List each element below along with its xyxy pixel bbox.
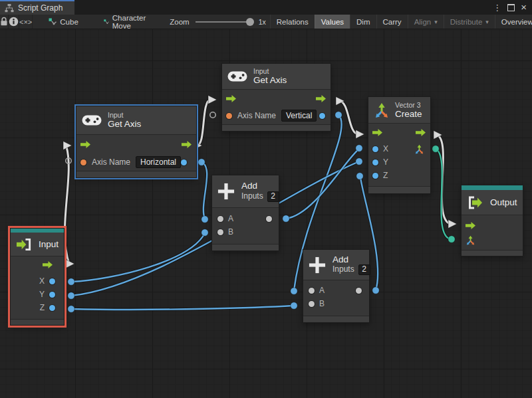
value-input-x-to-add1-b-endpoint[interactable] — [68, 278, 74, 285]
value-input-y-to-create-y-endpoint[interactable] — [68, 292, 74, 299]
port-row-x[interactable]: X — [11, 274, 64, 288]
value-input-z-to-add2-b-endpoint[interactable] — [291, 302, 297, 309]
node-header[interactable]: Input Get Axis — [222, 64, 331, 90]
vector3-output-port-icon[interactable] — [414, 144, 424, 154]
node-header[interactable]: Input — [11, 233, 64, 256]
flow-in-arrow-icon[interactable] — [80, 141, 91, 148]
value-input-y-to-create-y-endpoint[interactable] — [356, 158, 362, 165]
value-add2-to-create-z-endpoint[interactable] — [356, 173, 363, 179]
port-dot-result[interactable] — [181, 159, 187, 165]
value-input-z-to-add2-b-endpoint[interactable] — [68, 306, 74, 312]
flow-out-arrow-icon[interactable] — [416, 129, 426, 136]
toggle-relations[interactable]: Relations — [270, 15, 315, 29]
graph-button-character-move[interactable]: Character Move — [100, 15, 153, 29]
port-row-y[interactable]: Y — [11, 288, 64, 301]
menu-icon[interactable]: ⋮ — [493, 3, 501, 12]
node-vector3-create[interactable]: Vector 3 Create X — [368, 96, 431, 194]
flow-in-arrow-icon[interactable] — [466, 222, 476, 229]
port-dot-z[interactable] — [49, 305, 55, 311]
ctrl-get-axis-vertical-to-create-endpoint[interactable] — [356, 130, 364, 139]
value-add1-to-create-x-endpoint[interactable] — [283, 215, 289, 222]
port-row-y[interactable]: Y — [368, 155, 430, 169]
zoom-slider[interactable] — [196, 21, 253, 23]
toggle-dim[interactable]: Dim — [350, 15, 376, 29]
node-add-1[interactable]: Add Inputs 2 A B — [211, 175, 279, 251]
dropdown-distribute[interactable]: Distribute ▾ — [444, 15, 495, 29]
port-dot-b[interactable] — [309, 301, 315, 307]
close-icon[interactable]: × — [521, 2, 527, 12]
port-dot-b[interactable] — [217, 229, 223, 235]
unconnected-port-ring[interactable] — [210, 112, 215, 118]
node-header[interactable]: Add Inputs 2 — [303, 250, 369, 280]
node-header[interactable]: Input Get Axis — [76, 106, 196, 135]
maximize-icon[interactable] — [507, 4, 515, 11]
value-add2-to-create-z-endpoint[interactable] — [372, 287, 379, 294]
ctrl-get-axis-horizontal-to-vertical-endpoint[interactable] — [208, 96, 217, 104]
node-subtitle: Vector 3 — [395, 101, 422, 109]
port-dot-x[interactable] — [49, 278, 55, 284]
port-dot-z[interactable] — [372, 173, 378, 179]
toggle-overview[interactable]: Overview — [495, 15, 532, 29]
value-create-to-output-vector-endpoint[interactable] — [432, 146, 439, 152]
node-header[interactable]: Output — [462, 190, 523, 215]
port-row-z[interactable]: Z — [11, 301, 64, 314]
ctrl-get-axis-horizontal-to-vertical[interactable] — [197, 100, 211, 146]
value-input-x-to-add1-b[interactable] — [71, 233, 205, 282]
node-get-axis-horizontal[interactable]: Input Get Axis Axis Name Horizontal — [76, 106, 197, 178]
toggle-values[interactable]: Values — [315, 15, 350, 29]
ctrl-create-to-output-endpoint[interactable] — [448, 220, 457, 229]
port-row-b[interactable]: B — [303, 297, 369, 310]
port-dot-sum[interactable] — [356, 288, 362, 294]
graph-canvas[interactable]: Input X Y Z — [0, 29, 532, 398]
ctrl-input-to-get-axis-horizontal-endpoint[interactable] — [66, 260, 74, 268]
node-header[interactable]: Vector 3 Create — [368, 97, 430, 124]
value-vertical-to-add2-a-endpoint[interactable] — [291, 288, 297, 294]
flow-out-arrow-icon[interactable] — [316, 95, 327, 102]
code-view-button[interactable]: <×> — [19, 15, 33, 29]
port-row-a[interactable]: A — [212, 212, 279, 225]
lock-button[interactable] — [0, 15, 9, 29]
graph-button-cube[interactable]: Cube — [45, 15, 82, 29]
node-add-2[interactable]: Add Inputs 2 A B — [303, 249, 370, 323]
value-horizontal-to-add1-a-endpoint[interactable] — [201, 216, 208, 223]
node-header[interactable]: Add Inputs 2 — [212, 175, 279, 208]
port-dot-a[interactable] — [309, 288, 315, 294]
port-dot-y[interactable] — [372, 159, 378, 165]
node-title: Create — [395, 109, 422, 120]
port-dot-sum[interactable] — [266, 216, 272, 222]
tab-script-graph[interactable]: Script Graph — [0, 0, 74, 15]
flow-in-arrow-icon[interactable] — [226, 95, 237, 102]
port-dot-y[interactable] — [49, 292, 55, 298]
port-row-x[interactable]: X — [368, 142, 430, 155]
node-get-axis-vertical[interactable]: Input Get Axis Axis Name Vertical — [221, 63, 331, 132]
node-output[interactable]: Output — [461, 185, 523, 256]
zoom-slider-knob[interactable] — [246, 18, 254, 26]
port-dot-a[interactable] — [217, 216, 223, 222]
vector3-input-port-icon[interactable] — [466, 235, 475, 245]
value-create-to-output-vector-endpoint[interactable] — [448, 236, 455, 243]
flow-in-arrow-icon[interactable] — [372, 129, 383, 136]
value-vertical-to-add2-a-endpoint[interactable] — [335, 112, 342, 118]
inputs-count-input[interactable]: 2 — [267, 191, 279, 202]
port-dot-axis-name[interactable] — [80, 159, 86, 165]
flow-arrow-icon[interactable] — [43, 261, 53, 268]
axis-name-input[interactable]: Horizontal — [136, 156, 181, 168]
port-dot-axis-name[interactable] — [226, 113, 232, 119]
value-input-x-to-add1-b-endpoint[interactable] — [201, 229, 208, 236]
port-dot-result[interactable] — [319, 113, 325, 119]
node-input[interactable]: Input X Y Z — [10, 228, 65, 326]
info-button[interactable] — [9, 15, 19, 29]
port-row-a[interactable]: A — [303, 284, 369, 297]
port-row-b[interactable]: B — [212, 225, 279, 239]
toggle-carry[interactable]: Carry — [376, 15, 408, 29]
vector-in-row[interactable] — [462, 233, 523, 247]
toolbar: <×> Cube Character Move Zoom 1x Relation… — [0, 15, 532, 29]
axis-name-input[interactable]: Vertical — [281, 110, 317, 122]
flow-out-arrow-icon[interactable] — [182, 141, 192, 148]
port-dot-x[interactable] — [372, 146, 378, 152]
inputs-count-input[interactable]: 2 — [358, 264, 370, 275]
dropdown-align[interactable]: Align ▾ — [408, 15, 444, 29]
port-row-z[interactable]: Z — [368, 169, 430, 182]
value-add1-to-create-x-endpoint[interactable] — [356, 145, 362, 151]
value-horizontal-to-add1-a-endpoint[interactable] — [198, 159, 205, 165]
